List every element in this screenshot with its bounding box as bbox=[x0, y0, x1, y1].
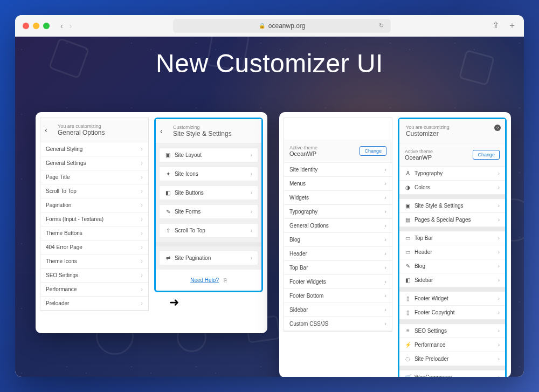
list-item[interactable]: ATypography› bbox=[399, 167, 505, 181]
list-item[interactable]: ◑Colors› bbox=[399, 181, 505, 195]
item-label: Theme Buttons bbox=[46, 230, 82, 236]
item-label: Forms (Input - Textarea) bbox=[46, 216, 103, 222]
list-item[interactable]: Theme Icons› bbox=[40, 255, 148, 269]
active-theme-box: Active theme OceanWP Change bbox=[284, 140, 392, 163]
chevron-right-icon: › bbox=[498, 342, 500, 348]
chevron-right-icon: › bbox=[498, 235, 500, 241]
back-icon[interactable]: ‹ bbox=[160, 127, 163, 135]
chevron-right-icon: › bbox=[141, 244, 143, 250]
item-label: Site Pagination bbox=[175, 255, 211, 261]
list-item[interactable]: Pagination› bbox=[40, 198, 148, 212]
list-item[interactable]: ⇧Scroll To Top› bbox=[159, 223, 258, 238]
list-item[interactable]: ▤Pages & Special Pages› bbox=[399, 213, 505, 227]
list-item[interactable]: ✎Blog› bbox=[399, 259, 505, 273]
nav-back-icon[interactable]: ‹ bbox=[60, 22, 63, 30]
share-icon[interactable]: ⇪ bbox=[492, 20, 499, 31]
list-item[interactable]: Menus› bbox=[284, 177, 392, 191]
list-item[interactable]: ▣Site Style & Settings› bbox=[399, 199, 505, 213]
list-item[interactable]: ◧Site Buttons› bbox=[159, 185, 258, 200]
item-label: Colors bbox=[414, 184, 430, 190]
list-item[interactable]: Footer Widgets› bbox=[284, 275, 392, 289]
maximize-icon[interactable] bbox=[43, 23, 50, 29]
list-item[interactable]: Site Identity› bbox=[284, 163, 392, 177]
panel-title: Site Style & Settings bbox=[173, 130, 255, 137]
need-help-link[interactable]: Need Help? bbox=[190, 277, 219, 283]
item-label: Site Layout bbox=[175, 152, 202, 158]
list-item[interactable]: ⇄Site Pagination› bbox=[159, 251, 258, 265]
chevron-right-icon: › bbox=[385, 251, 386, 257]
change-theme-button[interactable]: Change bbox=[360, 146, 386, 156]
item-label: Header bbox=[414, 249, 432, 255]
active-theme-name: OceanWP bbox=[289, 150, 317, 157]
list-item[interactable]: ✦Site Icons› bbox=[159, 167, 258, 181]
list-item[interactable]: ▯Footer Copyright› bbox=[399, 306, 505, 320]
item-icon: ⇄ bbox=[165, 255, 171, 261]
list-item[interactable]: ⚡Performance› bbox=[399, 338, 505, 352]
active-theme-label: Active theme bbox=[405, 149, 433, 154]
active-theme-box: Active theme OceanWP Change bbox=[399, 143, 505, 167]
address-bar[interactable]: 🔒 oceanwp.org ↻ bbox=[173, 19, 391, 33]
nav-forward-icon[interactable]: › bbox=[70, 22, 72, 30]
list-item[interactable]: ◌Site Preloader› bbox=[399, 352, 505, 366]
chevron-right-icon: › bbox=[141, 272, 143, 278]
item-label: Footer Widget bbox=[414, 295, 448, 301]
panel-items: Site Identity›Menus›Widgets›Typography›G… bbox=[284, 163, 392, 331]
list-item[interactable]: Forms (Input - Textarea)› bbox=[40, 212, 148, 226]
list-item[interactable]: Preloader› bbox=[40, 297, 148, 311]
toolbar-right: ⇪ ＋ bbox=[492, 20, 516, 31]
list-item[interactable]: Footer Bottom› bbox=[284, 289, 392, 303]
list-item[interactable]: Widgets› bbox=[284, 191, 392, 205]
chevron-right-icon: › bbox=[251, 255, 252, 261]
list-item[interactable]: ◧Sidebar› bbox=[399, 273, 505, 287]
chevron-right-icon: › bbox=[385, 307, 386, 313]
chevron-right-icon: › bbox=[251, 152, 252, 158]
panel-header: ‹ Customizing Site Style & Settings bbox=[156, 119, 261, 143]
list-item[interactable]: Scroll To Top› bbox=[40, 184, 148, 198]
item-icon: ◧ bbox=[165, 190, 171, 196]
list-item[interactable]: Header› bbox=[284, 247, 392, 261]
item-label: WooCommerce bbox=[414, 374, 452, 377]
list-item[interactable]: SEO Settings› bbox=[40, 269, 148, 283]
list-item[interactable]: ▭Header› bbox=[399, 245, 505, 259]
item-label: SEO Settings bbox=[414, 328, 447, 334]
close-icon[interactable] bbox=[23, 23, 29, 29]
item-icon: ▯ bbox=[405, 310, 411, 315]
change-theme-button[interactable]: Change bbox=[473, 150, 500, 160]
list-item[interactable]: General Settings› bbox=[40, 156, 148, 170]
item-label: Blog bbox=[289, 237, 300, 243]
item-icon: ◑ bbox=[405, 184, 411, 190]
chevron-right-icon: › bbox=[141, 286, 143, 292]
list-item[interactable]: ▭Top Bar› bbox=[399, 231, 505, 245]
back-icon[interactable]: ‹ bbox=[45, 126, 47, 134]
list-item[interactable]: General Options› bbox=[284, 219, 392, 233]
list-item[interactable]: ≡SEO Settings› bbox=[399, 324, 505, 338]
list-item[interactable]: Performance› bbox=[40, 283, 148, 297]
window-controls[interactable] bbox=[23, 23, 50, 29]
list-item[interactable]: ▯Footer Widget› bbox=[399, 292, 505, 306]
minimize-icon[interactable] bbox=[33, 23, 39, 29]
list-item[interactable]: 404 Error Page› bbox=[40, 240, 148, 255]
list-item[interactable]: Sidebar› bbox=[284, 303, 392, 317]
item-label: Site Style & Settings bbox=[414, 203, 464, 209]
list-item[interactable]: Top Bar› bbox=[284, 261, 392, 275]
list-item[interactable]: Blog› bbox=[284, 233, 392, 247]
chevron-right-icon: › bbox=[498, 263, 500, 269]
new-tab-icon[interactable]: ＋ bbox=[508, 20, 516, 31]
list-item[interactable]: 🛒WooCommerce› bbox=[399, 370, 505, 377]
reload-icon[interactable]: ↻ bbox=[379, 22, 384, 29]
list-item[interactable]: Typography› bbox=[284, 205, 392, 219]
item-label: Site Identity bbox=[289, 167, 317, 173]
list-item[interactable]: ✎Site Forms› bbox=[159, 204, 258, 219]
item-label: Theme Icons bbox=[46, 258, 77, 264]
help-icon[interactable]: ? bbox=[494, 125, 501, 131]
item-label: Footer Widgets bbox=[289, 279, 326, 285]
item-icon: ▭ bbox=[405, 235, 411, 241]
list-item[interactable]: Custom CSS/JS› bbox=[284, 317, 392, 331]
list-item[interactable]: ▣Site Layout› bbox=[159, 148, 258, 162]
list-item[interactable]: Page Title› bbox=[40, 170, 148, 184]
chevron-right-icon: › bbox=[385, 237, 386, 243]
list-item[interactable]: General Styling› bbox=[40, 142, 148, 156]
item-icon: ✦ bbox=[165, 171, 171, 177]
chevron-right-icon: › bbox=[251, 171, 252, 177]
list-item[interactable]: Theme Buttons› bbox=[40, 226, 148, 240]
